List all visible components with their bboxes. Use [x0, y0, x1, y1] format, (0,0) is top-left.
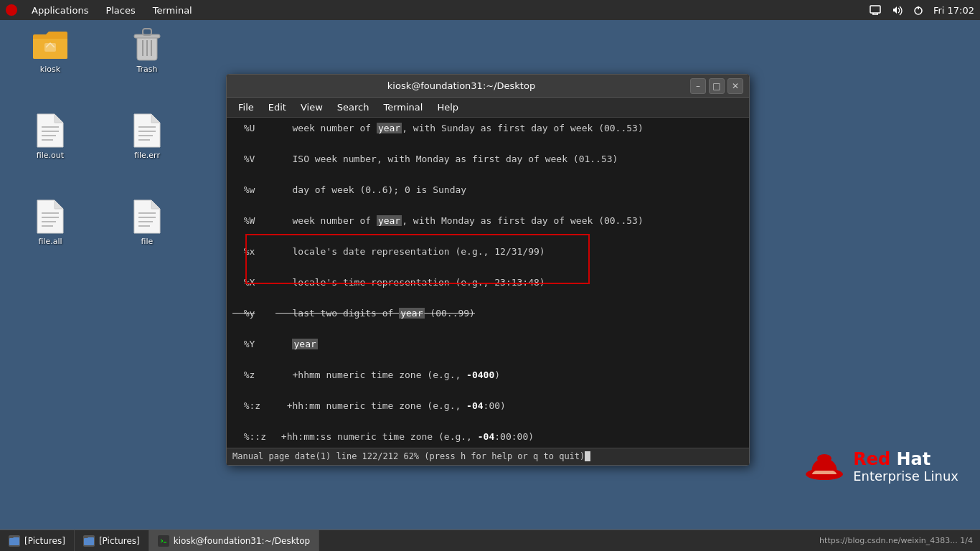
terminal-status-bar: Manual page date(1) line 122/212 62% (pr…	[227, 448, 749, 465]
display-icon[interactable]	[869, 4, 882, 17]
terminal-line-y: %y last two digits of year (00..99)	[232, 306, 743, 321]
file-err-icon-img	[130, 113, 164, 148]
trash-icon-img	[130, 27, 164, 62]
terminal-search-menu[interactable]: Search	[331, 100, 375, 114]
terminal-blank-6	[232, 291, 743, 306]
desktop-icon-file-err[interactable]: file.err	[118, 113, 176, 160]
terminal-content[interactable]: %U week number of year, with Sunday as f…	[227, 118, 749, 448]
redhat-subtitle: Enterprise Linux	[853, 468, 958, 484]
desktop-icon-file-out[interactable]: file.out	[22, 113, 79, 160]
taskbar-item-terminal[interactable]: kiosk@foundation31:~/Desktop	[149, 530, 319, 551]
terminal-blank-4	[232, 229, 743, 245]
terminal-blank-8	[232, 352, 743, 368]
terminal-line-w: %w day of week (0..6); 0 is Sunday	[232, 182, 743, 198]
desktop-icon-kiosk[interactable]: kiosk	[22, 27, 79, 74]
redhat-hat-icon	[805, 447, 844, 486]
top-menu-bar: Applications Places Terminal	[0, 0, 980, 20]
terminal-menu[interactable]: Terminal	[146, 4, 199, 17]
terminal-blank-2	[232, 167, 743, 183]
applications-menu[interactable]: Applications	[24, 4, 95, 17]
places-menu[interactable]: Places	[98, 4, 142, 17]
taskbar-item-pictures-1[interactable]: [Pictures]	[0, 530, 75, 551]
terminal-line-Y: %Y year	[232, 336, 743, 352]
taskbar-terminal-icon	[158, 535, 169, 547]
trash-label: Trash	[136, 65, 157, 74]
terminal-blank-9	[232, 383, 743, 399]
file-all-label: file.all	[38, 237, 62, 246]
terminal-line-V: %V ISO week number, with Monday as first…	[232, 151, 743, 167]
redhat-name: Red Hat	[853, 450, 958, 468]
maximize-button[interactable]: □	[709, 78, 725, 94]
terminal-file-menu[interactable]: File	[232, 100, 260, 114]
file-icon-img	[130, 199, 164, 234]
volume-icon[interactable]	[890, 4, 903, 17]
terminal-blank-5	[232, 260, 743, 276]
taskbar-label-3: kiosk@foundation31:~/Desktop	[174, 536, 310, 546]
file-out-icon-img	[33, 113, 67, 148]
app-icon	[6, 4, 17, 16]
terminal-blank-7	[232, 321, 743, 337]
close-button[interactable]: ✕	[727, 78, 743, 94]
status-text: Manual page date(1) line 122/212 62% (pr…	[232, 451, 585, 461]
taskbar-folder-icon-1	[9, 535, 20, 547]
redhat-text: Red Hat Enterprise Linux	[853, 450, 958, 484]
terminal-blank-1	[232, 136, 743, 152]
terminal-cursor	[585, 451, 590, 461]
taskbar-label-1: [Pictures]	[24, 536, 65, 546]
top-bar-left: Applications Places Terminal	[6, 4, 199, 17]
redhat-logo: Red Hat Enterprise Linux	[805, 447, 958, 486]
folder-icon-img	[33, 27, 67, 62]
terminal-blank-10	[232, 414, 743, 430]
top-bar-right: Fri 17:02	[869, 4, 974, 17]
taskbar-folder-icon-2	[83, 535, 95, 547]
kiosk-label: kiosk	[40, 65, 60, 74]
taskbar-item-pictures-2[interactable]: [Pictures]	[75, 530, 149, 551]
desktop-icon-file-all[interactable]: file.all	[22, 199, 79, 246]
clock: Fri 17:02	[933, 5, 974, 16]
terminal-help-menu[interactable]: Help	[431, 100, 464, 114]
svg-point-30	[817, 454, 831, 463]
terminal-line-x: %x locale's date representation (e.g., 1…	[232, 244, 743, 260]
terminal-line-X: %X locale's time representation (e.g., 2…	[232, 275, 743, 291]
file-err-label: file.err	[134, 151, 160, 160]
file-all-icon-img	[33, 199, 67, 234]
svg-rect-0	[870, 6, 880, 13]
file-out-label: file.out	[37, 151, 64, 160]
terminal-terminal-menu[interactable]: Terminal	[377, 100, 428, 114]
taskbar-label-2: [Pictures]	[99, 536, 140, 546]
taskbar-right-info: https://blog.csdn.ne/weixin_4383... 1/4	[812, 536, 980, 545]
terminal-blank-3	[232, 198, 743, 214]
file-label: file	[141, 237, 154, 246]
terminal-menubar: File Edit View Search Terminal Help	[227, 98, 749, 118]
terminal-window-controls: – □ ✕	[690, 78, 743, 94]
svg-rect-31	[159, 537, 168, 545]
desktop-icon-trash[interactable]: Trash	[118, 27, 176, 74]
minimize-button[interactable]: –	[690, 78, 706, 94]
terminal-edit-menu[interactable]: Edit	[263, 100, 292, 114]
terminal-titlebar: kiosk@foundation31:~/Desktop – □ ✕	[227, 75, 749, 98]
taskbar: [Pictures] [Pictures] kiosk@foundation31…	[0, 529, 980, 551]
terminal-line-W: %W week number of year, with Monday as f…	[232, 213, 743, 229]
terminal-line-dcolon-z: %::z +hh:mm:ss numeric time zone (e.g., …	[232, 429, 743, 445]
terminal-window: kiosk@foundation31:~/Desktop – □ ✕ File …	[226, 74, 750, 466]
desktop: kiosk Trash file	[0, 20, 980, 529]
terminal-title: kiosk@foundation31:~/Desktop	[232, 80, 690, 91]
terminal-line-U: %U week number of year, with Sunday as f…	[232, 121, 743, 136]
terminal-line-colon-z: %:z +hh:mm numeric time zone (e.g., -04:…	[232, 398, 743, 414]
taskbar-url: https://blog.csdn.ne/weixin_4383... 1/4	[819, 536, 973, 545]
power-icon[interactable]	[912, 4, 925, 17]
desktop-icon-file[interactable]: file	[118, 199, 176, 246]
terminal-line-z: %z +hhmm numeric time zone (e.g., -0400)	[232, 367, 743, 383]
terminal-view-menu[interactable]: View	[295, 100, 329, 114]
